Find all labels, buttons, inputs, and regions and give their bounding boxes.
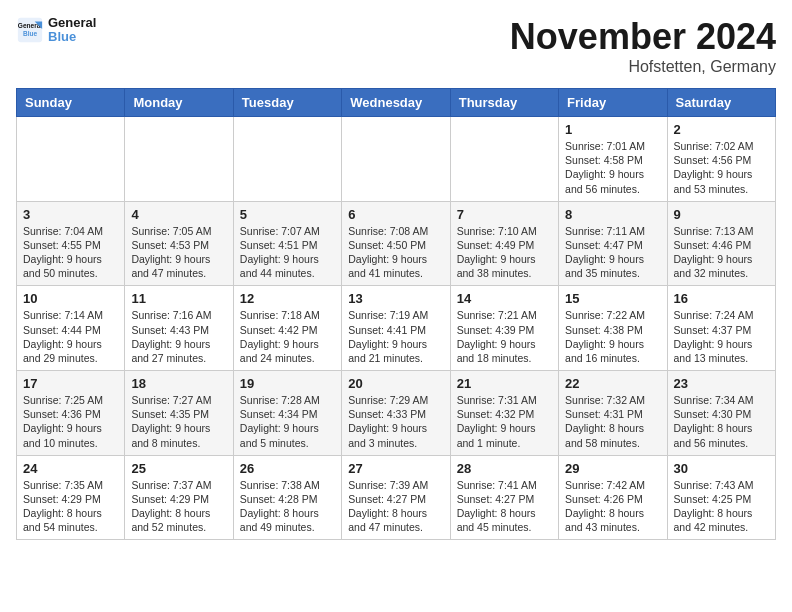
calendar-cell-4-5: 21Sunrise: 7:31 AM Sunset: 4:32 PM Dayli… [450, 371, 558, 456]
day-info: Sunrise: 7:39 AM Sunset: 4:27 PM Dayligh… [348, 478, 443, 535]
day-info: Sunrise: 7:21 AM Sunset: 4:39 PM Dayligh… [457, 308, 552, 365]
calendar-header-row: SundayMondayTuesdayWednesdayThursdayFrid… [17, 89, 776, 117]
week-row-3: 10Sunrise: 7:14 AM Sunset: 4:44 PM Dayli… [17, 286, 776, 371]
column-header-tuesday: Tuesday [233, 89, 341, 117]
calendar-cell-5-6: 29Sunrise: 7:42 AM Sunset: 4:26 PM Dayli… [559, 455, 667, 540]
calendar-cell-5-4: 27Sunrise: 7:39 AM Sunset: 4:27 PM Dayli… [342, 455, 450, 540]
day-info: Sunrise: 7:35 AM Sunset: 4:29 PM Dayligh… [23, 478, 118, 535]
calendar-cell-2-1: 3Sunrise: 7:04 AM Sunset: 4:55 PM Daylig… [17, 201, 125, 286]
day-info: Sunrise: 7:32 AM Sunset: 4:31 PM Dayligh… [565, 393, 660, 450]
calendar-cell-2-2: 4Sunrise: 7:05 AM Sunset: 4:53 PM Daylig… [125, 201, 233, 286]
calendar-cell-2-7: 9Sunrise: 7:13 AM Sunset: 4:46 PM Daylig… [667, 201, 775, 286]
day-info: Sunrise: 7:16 AM Sunset: 4:43 PM Dayligh… [131, 308, 226, 365]
location: Hofstetten, Germany [510, 58, 776, 76]
column-header-thursday: Thursday [450, 89, 558, 117]
day-info: Sunrise: 7:34 AM Sunset: 4:30 PM Dayligh… [674, 393, 769, 450]
day-info: Sunrise: 7:41 AM Sunset: 4:27 PM Dayligh… [457, 478, 552, 535]
day-info: Sunrise: 7:18 AM Sunset: 4:42 PM Dayligh… [240, 308, 335, 365]
calendar-cell-3-5: 14Sunrise: 7:21 AM Sunset: 4:39 PM Dayli… [450, 286, 558, 371]
calendar-cell-1-3 [233, 117, 341, 202]
day-number: 25 [131, 461, 226, 476]
header: General Blue General Blue November 2024 … [16, 16, 776, 76]
logo: General Blue General Blue [16, 16, 96, 45]
calendar-cell-1-4 [342, 117, 450, 202]
day-info: Sunrise: 7:31 AM Sunset: 4:32 PM Dayligh… [457, 393, 552, 450]
calendar-cell-5-5: 28Sunrise: 7:41 AM Sunset: 4:27 PM Dayli… [450, 455, 558, 540]
day-info: Sunrise: 7:07 AM Sunset: 4:51 PM Dayligh… [240, 224, 335, 281]
calendar-cell-1-5 [450, 117, 558, 202]
logo-text-line1: General [48, 16, 96, 30]
day-number: 24 [23, 461, 118, 476]
calendar-cell-3-1: 10Sunrise: 7:14 AM Sunset: 4:44 PM Dayli… [17, 286, 125, 371]
calendar-cell-2-5: 7Sunrise: 7:10 AM Sunset: 4:49 PM Daylig… [450, 201, 558, 286]
day-info: Sunrise: 7:02 AM Sunset: 4:56 PM Dayligh… [674, 139, 769, 196]
day-info: Sunrise: 7:13 AM Sunset: 4:46 PM Dayligh… [674, 224, 769, 281]
day-number: 10 [23, 291, 118, 306]
day-number: 2 [674, 122, 769, 137]
day-info: Sunrise: 7:22 AM Sunset: 4:38 PM Dayligh… [565, 308, 660, 365]
week-row-2: 3Sunrise: 7:04 AM Sunset: 4:55 PM Daylig… [17, 201, 776, 286]
calendar-cell-3-6: 15Sunrise: 7:22 AM Sunset: 4:38 PM Dayli… [559, 286, 667, 371]
calendar-cell-5-2: 25Sunrise: 7:37 AM Sunset: 4:29 PM Dayli… [125, 455, 233, 540]
day-number: 28 [457, 461, 552, 476]
calendar-body: 1Sunrise: 7:01 AM Sunset: 4:58 PM Daylig… [17, 117, 776, 540]
calendar-cell-3-2: 11Sunrise: 7:16 AM Sunset: 4:43 PM Dayli… [125, 286, 233, 371]
month-title: November 2024 [510, 16, 776, 58]
calendar-cell-2-6: 8Sunrise: 7:11 AM Sunset: 4:47 PM Daylig… [559, 201, 667, 286]
day-number: 12 [240, 291, 335, 306]
calendar-cell-4-6: 22Sunrise: 7:32 AM Sunset: 4:31 PM Dayli… [559, 371, 667, 456]
day-number: 14 [457, 291, 552, 306]
day-number: 17 [23, 376, 118, 391]
day-number: 6 [348, 207, 443, 222]
svg-text:Blue: Blue [23, 30, 37, 37]
day-info: Sunrise: 7:42 AM Sunset: 4:26 PM Dayligh… [565, 478, 660, 535]
calendar-cell-1-1 [17, 117, 125, 202]
title-area: November 2024 Hofstetten, Germany [510, 16, 776, 76]
calendar-cell-1-2 [125, 117, 233, 202]
day-number: 20 [348, 376, 443, 391]
day-number: 22 [565, 376, 660, 391]
day-number: 21 [457, 376, 552, 391]
calendar-cell-2-3: 5Sunrise: 7:07 AM Sunset: 4:51 PM Daylig… [233, 201, 341, 286]
day-info: Sunrise: 7:05 AM Sunset: 4:53 PM Dayligh… [131, 224, 226, 281]
day-number: 19 [240, 376, 335, 391]
calendar-cell-4-2: 18Sunrise: 7:27 AM Sunset: 4:35 PM Dayli… [125, 371, 233, 456]
day-info: Sunrise: 7:25 AM Sunset: 4:36 PM Dayligh… [23, 393, 118, 450]
day-number: 29 [565, 461, 660, 476]
logo-text-line2: Blue [48, 30, 96, 44]
calendar-cell-5-1: 24Sunrise: 7:35 AM Sunset: 4:29 PM Dayli… [17, 455, 125, 540]
week-row-1: 1Sunrise: 7:01 AM Sunset: 4:58 PM Daylig… [17, 117, 776, 202]
day-info: Sunrise: 7:04 AM Sunset: 4:55 PM Dayligh… [23, 224, 118, 281]
day-number: 30 [674, 461, 769, 476]
day-number: 27 [348, 461, 443, 476]
calendar-cell-1-7: 2Sunrise: 7:02 AM Sunset: 4:56 PM Daylig… [667, 117, 775, 202]
column-header-saturday: Saturday [667, 89, 775, 117]
day-info: Sunrise: 7:43 AM Sunset: 4:25 PM Dayligh… [674, 478, 769, 535]
calendar-cell-3-3: 12Sunrise: 7:18 AM Sunset: 4:42 PM Dayli… [233, 286, 341, 371]
day-number: 1 [565, 122, 660, 137]
day-info: Sunrise: 7:08 AM Sunset: 4:50 PM Dayligh… [348, 224, 443, 281]
day-number: 13 [348, 291, 443, 306]
day-number: 16 [674, 291, 769, 306]
calendar-cell-4-3: 19Sunrise: 7:28 AM Sunset: 4:34 PM Dayli… [233, 371, 341, 456]
calendar-cell-3-4: 13Sunrise: 7:19 AM Sunset: 4:41 PM Dayli… [342, 286, 450, 371]
day-number: 9 [674, 207, 769, 222]
day-number: 15 [565, 291, 660, 306]
calendar-cell-4-1: 17Sunrise: 7:25 AM Sunset: 4:36 PM Dayli… [17, 371, 125, 456]
column-header-wednesday: Wednesday [342, 89, 450, 117]
day-info: Sunrise: 7:37 AM Sunset: 4:29 PM Dayligh… [131, 478, 226, 535]
calendar-cell-5-7: 30Sunrise: 7:43 AM Sunset: 4:25 PM Dayli… [667, 455, 775, 540]
day-number: 26 [240, 461, 335, 476]
day-number: 3 [23, 207, 118, 222]
logo-icon: General Blue [16, 16, 44, 44]
day-number: 4 [131, 207, 226, 222]
column-header-sunday: Sunday [17, 89, 125, 117]
day-info: Sunrise: 7:10 AM Sunset: 4:49 PM Dayligh… [457, 224, 552, 281]
day-info: Sunrise: 7:14 AM Sunset: 4:44 PM Dayligh… [23, 308, 118, 365]
week-row-4: 17Sunrise: 7:25 AM Sunset: 4:36 PM Dayli… [17, 371, 776, 456]
day-number: 18 [131, 376, 226, 391]
calendar-cell-3-7: 16Sunrise: 7:24 AM Sunset: 4:37 PM Dayli… [667, 286, 775, 371]
day-info: Sunrise: 7:11 AM Sunset: 4:47 PM Dayligh… [565, 224, 660, 281]
day-info: Sunrise: 7:38 AM Sunset: 4:28 PM Dayligh… [240, 478, 335, 535]
column-header-friday: Friday [559, 89, 667, 117]
